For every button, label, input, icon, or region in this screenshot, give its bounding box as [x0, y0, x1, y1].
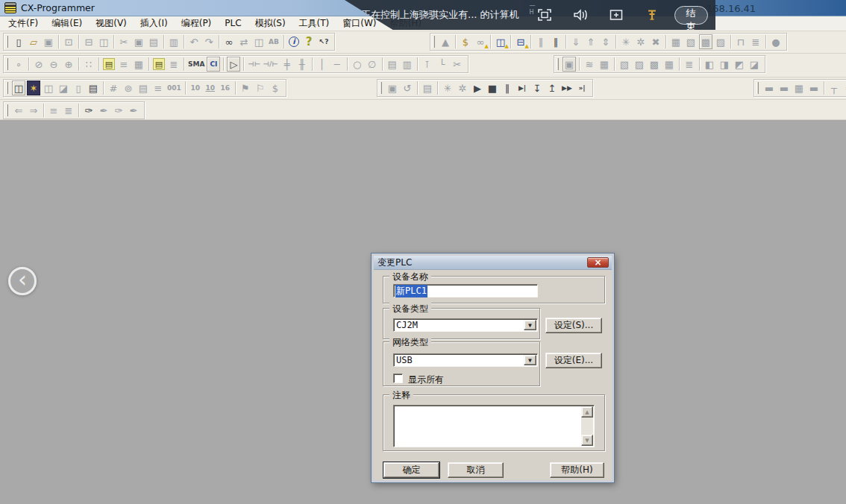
- io-link-1-icon[interactable]: ┬: [827, 81, 841, 95]
- menu-item-tools[interactable]: 工具(T): [292, 16, 336, 31]
- view-tree-icon[interactable]: ≣: [167, 57, 181, 72]
- cancel-button[interactable]: 取消: [448, 462, 504, 478]
- erase-line-icon[interactable]: ✂: [451, 57, 464, 72]
- show-comments-icon[interactable]: SMA: [187, 57, 205, 72]
- find-icon[interactable]: ∞: [222, 34, 236, 49]
- sim-step-icon[interactable]: ▶|: [516, 81, 529, 95]
- online-search-icon[interactable]: ∞: [474, 34, 487, 49]
- toolbar-grip[interactable]: [6, 104, 8, 116]
- rung-wrap-icon[interactable]: ≣: [62, 103, 75, 118]
- instruction-box-2-icon[interactable]: ▥: [401, 57, 414, 72]
- summary-icon[interactable]: ≡: [151, 81, 165, 95]
- compare-with-plc-icon[interactable]: ⇕: [599, 34, 612, 49]
- time-chart-icon[interactable]: ≣: [749, 34, 762, 49]
- network-type-select[interactable]: USB ▼: [393, 353, 538, 367]
- symbol-list-icon[interactable]: ≣: [683, 57, 696, 72]
- pou-view-icon[interactable]: ▣: [563, 57, 576, 72]
- window-switch-icon[interactable]: [607, 7, 625, 23]
- device-name-input[interactable]: 新PLC1: [393, 284, 538, 297]
- new-project-icon[interactable]: ▯: [12, 34, 25, 49]
- sim-step-in-icon[interactable]: ↧: [530, 81, 544, 95]
- paste-icon[interactable]: ▤: [147, 34, 160, 49]
- view-mnemonics-icon[interactable]: ▤: [103, 58, 115, 70]
- function-block-call-icon[interactable]: ⊺: [421, 57, 434, 72]
- fullscreen-icon[interactable]: [536, 7, 554, 23]
- toolbar-grip[interactable]: [557, 58, 559, 70]
- io-link-2-icon[interactable]: ╤: [842, 81, 846, 95]
- window-left-icon[interactable]: ◧: [703, 57, 716, 72]
- sim-run-to-end-icon[interactable]: »|: [575, 81, 589, 95]
- line-vertical-icon[interactable]: │: [316, 57, 329, 72]
- io-table-icon[interactable]: ▦: [669, 34, 683, 49]
- instruction-box-icon[interactable]: ▤: [386, 57, 399, 72]
- indent-left-icon[interactable]: ⇐: [12, 103, 25, 118]
- program-check-icon[interactable]: ⊡: [62, 34, 75, 49]
- copy-icon[interactable]: ▣: [132, 34, 145, 49]
- chevron-down-icon[interactable]: ▼: [524, 355, 536, 365]
- about-icon[interactable]: i: [289, 37, 299, 47]
- sim-pause-icon[interactable]: ‖: [501, 81, 514, 95]
- force-release-icon[interactable]: $: [269, 81, 282, 95]
- view-symbols-icon[interactable]: ≡: [117, 57, 131, 72]
- contact-or-open-icon[interactable]: ╪: [281, 57, 294, 72]
- data-trace-icon[interactable]: ▨: [714, 34, 727, 49]
- plc-settings-icon[interactable]: ▧: [684, 34, 698, 49]
- device-type-select[interactable]: CJ2M ▼: [393, 318, 538, 332]
- sim-step-out-icon[interactable]: ↥: [545, 81, 559, 95]
- watch-window-icon[interactable]: ◫: [42, 81, 55, 95]
- transfer-to-plc-icon[interactable]: ⇓: [569, 34, 583, 49]
- contact-open-icon[interactable]: ⊣⊢: [247, 57, 260, 72]
- binary-view-icon[interactable]: 001: [166, 81, 182, 95]
- scroll-down-icon[interactable]: ▼: [581, 435, 593, 446]
- comment-scrollbar[interactable]: ▲ ▼: [581, 406, 593, 446]
- ok-button[interactable]: 确定: [383, 462, 439, 478]
- pen-1-icon[interactable]: ✑: [82, 103, 95, 118]
- toolbar-grip[interactable]: [380, 82, 382, 94]
- stack-layers-icon[interactable]: ≋: [583, 57, 596, 72]
- undo-icon[interactable]: ↶: [187, 34, 201, 49]
- differential-monitor-icon[interactable]: ⊓: [734, 34, 748, 49]
- pen-4-icon[interactable]: ✒: [127, 103, 140, 118]
- device-type-settings-button[interactable]: 设定(S)...: [545, 318, 602, 333]
- edit-remove-icon[interactable]: ▦: [662, 57, 676, 72]
- project-workspace-icon[interactable]: ◫: [12, 81, 25, 95]
- toolbar-grip[interactable]: [756, 82, 759, 94]
- network-view-2-icon[interactable]: ▬: [777, 81, 791, 95]
- menu-item-simulation[interactable]: 模拟(S): [248, 16, 292, 31]
- chevron-down-icon[interactable]: ▼: [524, 320, 536, 330]
- dialog-titlebar[interactable]: 变更PLC ×: [374, 256, 612, 270]
- network-view-1-icon[interactable]: ▬: [762, 81, 776, 95]
- network-view-4-icon[interactable]: ▬: [807, 81, 821, 95]
- menu-item-view[interactable]: 视图(V): [89, 16, 134, 31]
- menu-item-insert[interactable]: 插入(I): [134, 16, 175, 31]
- pause-icon[interactable]: ‖: [549, 34, 563, 49]
- toolbar-grip[interactable]: [6, 36, 8, 48]
- line-horizontal-icon[interactable]: ─: [330, 57, 344, 72]
- open-project-icon[interactable]: ▱: [27, 34, 40, 49]
- speaker-icon[interactable]: [571, 7, 589, 23]
- cross-reference-icon[interactable]: ◪: [57, 81, 70, 95]
- simulator-online-icon[interactable]: ▲: [439, 34, 452, 49]
- zoom-x-icon[interactable]: ⊘: [32, 57, 46, 72]
- network-type-settings-button[interactable]: 设定(E)...: [545, 353, 602, 368]
- show-rung-comments-icon[interactable]: CI: [207, 57, 220, 72]
- edit-delete-icon[interactable]: ▨: [633, 57, 646, 72]
- sim-stop-icon[interactable]: ■: [486, 81, 499, 95]
- window-right-icon[interactable]: ◨: [718, 57, 731, 72]
- local-symbols-icon[interactable]: ▯: [72, 81, 85, 95]
- pen-3-icon[interactable]: ✑: [112, 103, 125, 118]
- memory-card-icon[interactable]: ▩: [699, 34, 712, 49]
- force-cancel-icon[interactable]: ✖: [649, 34, 662, 49]
- decimal-monitor-icon[interactable]: 10: [189, 81, 202, 95]
- save-project-icon[interactable]: ▣: [42, 34, 55, 49]
- help-button[interactable]: 帮助(H): [550, 462, 604, 478]
- cycle-time-icon[interactable]: ●: [769, 34, 783, 49]
- change-all-icon[interactable]: AB: [267, 34, 281, 49]
- pin-icon[interactable]: [643, 7, 661, 23]
- auto-online-icon[interactable]: $: [459, 34, 472, 49]
- hex-monitor-icon[interactable]: 16: [219, 81, 232, 95]
- grid-icon[interactable]: ∷: [82, 57, 95, 72]
- network-view-3-icon[interactable]: ▦: [792, 81, 806, 95]
- find-in-project-icon[interactable]: ◫: [252, 34, 266, 49]
- xref-report-icon[interactable]: #: [107, 81, 120, 95]
